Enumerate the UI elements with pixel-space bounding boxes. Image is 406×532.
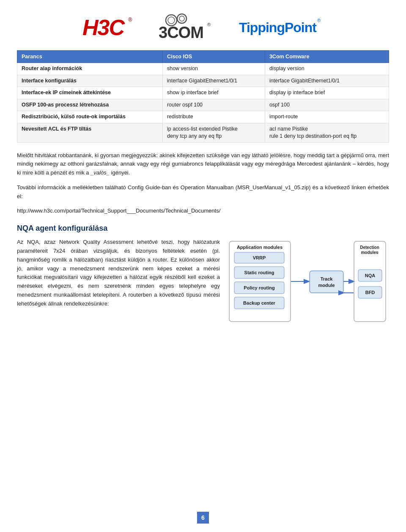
table-row: OSFP 100-as processz létrehozása router …	[17, 99, 389, 111]
italic-text: _valós_	[91, 169, 110, 176]
svg-text:Static routing: Static routing	[244, 270, 274, 275]
svg-point-4	[177, 14, 187, 23]
table-row: Router alap információk show version dis…	[17, 63, 389, 75]
table-cell-comware: display version	[265, 63, 389, 75]
table-cell-comware: display ip interface brief	[265, 87, 389, 99]
svg-text:®: ®	[128, 16, 132, 23]
table-cell-cisco: redistribute	[162, 111, 265, 123]
table-row: Interface-ek IP címeinek áttekintése sho…	[17, 87, 389, 99]
routing-table: Parancs Cisco IOS 3Com Comware Router al…	[17, 50, 389, 143]
table-cell-parancs: OSFP 100-as processz létrehozása	[17, 99, 163, 111]
table-row: Nevesített ACL és FTP tiltás ip access-l…	[17, 123, 389, 142]
svg-rect-21	[310, 271, 343, 293]
svg-text:module: module	[318, 283, 335, 288]
table-cell-cisco: show ip interface brief	[162, 87, 265, 99]
table-cell-comware: interface GigabitEthernet1/0/1	[265, 75, 389, 87]
body-link: http://www.h3c.com/portal/Technical_Supp…	[17, 207, 389, 216]
table-cell-comware: ospf 100	[265, 99, 389, 111]
svg-text:modules: modules	[361, 250, 379, 255]
body-paragraph-2: További információk a mellékletben talál…	[17, 183, 389, 201]
table-cell-parancs: Interface-ek IP címeinek áttekintése	[17, 87, 163, 99]
body-paragraph-1: Mielőtt hitvitákat robbantanánk, ki gyor…	[17, 151, 389, 177]
svg-text:3COM: 3COM	[159, 24, 203, 40]
svg-text:Backup center: Backup center	[243, 300, 276, 306]
table-cell-cisco: show version	[162, 63, 265, 75]
svg-text:TippingPoint: TippingPoint	[239, 20, 317, 35]
table-cell-cisco: ip access-list extended Pistike deny tcp…	[162, 123, 265, 142]
table-row: Redisztribúció, külső route-ok importálá…	[17, 111, 389, 123]
3com-logo: 3COM ®	[159, 13, 214, 40]
svg-text:BFD: BFD	[365, 290, 375, 295]
nqa-text: Az NQA, azaz Network Quality Assessment …	[17, 238, 220, 308]
svg-point-3	[168, 17, 175, 24]
svg-text:Track: Track	[321, 276, 333, 281]
table-cell-parancs: Interface konfigurálás	[17, 75, 163, 87]
svg-text:VRRP: VRRP	[253, 255, 266, 260]
table-header-cisco: Cisco IOS	[162, 51, 265, 63]
table-row: Interface konfigurálás interface Gigabit…	[17, 75, 389, 87]
nqa-diagram: Application modules VRRP Static routing …	[228, 238, 389, 328]
page-number: 6	[197, 512, 209, 524]
table-cell-parancs: Nevesített ACL és FTP tiltás	[17, 123, 163, 142]
h3c-logo: H3C ®	[82, 15, 133, 38]
page-footer: 6	[0, 512, 406, 524]
svg-text:Policy routing: Policy routing	[244, 285, 274, 290]
table-cell-cisco: router ospf 100	[162, 99, 265, 111]
svg-text:Detection: Detection	[360, 245, 379, 250]
svg-text:®: ®	[207, 22, 211, 27]
nqa-section: NQA agent konfigurálása Az NQA, azaz Net…	[17, 224, 389, 328]
table-cell-cisco: interface GigabitEthernet1/0/1	[162, 75, 265, 87]
table-cell-comware: import-route	[265, 111, 389, 123]
table-cell-parancs: Router alap információk	[17, 63, 163, 75]
svg-point-5	[179, 16, 184, 21]
svg-text:H3C: H3C	[82, 15, 125, 38]
page: H3C ® 3COM ® TippingPoint ®	[0, 0, 406, 532]
nqa-content: Az NQA, azaz Network Quality Assessment …	[17, 238, 389, 328]
tippingpoint-logo: TippingPoint ®	[239, 14, 324, 39]
svg-text:NQA: NQA	[365, 273, 376, 278]
svg-text:®: ®	[317, 18, 321, 23]
table-cell-comware: acl name Pistike rule 1 deny tcp destina…	[265, 123, 389, 142]
svg-text:Application modules: Application modules	[237, 245, 283, 250]
table-header-comware: 3Com Comware	[265, 51, 389, 63]
table-header-parancs: Parancs	[17, 51, 163, 63]
nqa-title: NQA agent konfigurálása	[17, 224, 389, 233]
header-logos: H3C ® 3COM ® TippingPoint ®	[17, 8, 389, 40]
table-cell-parancs: Redisztribúció, külső route-ok importálá…	[17, 111, 163, 123]
